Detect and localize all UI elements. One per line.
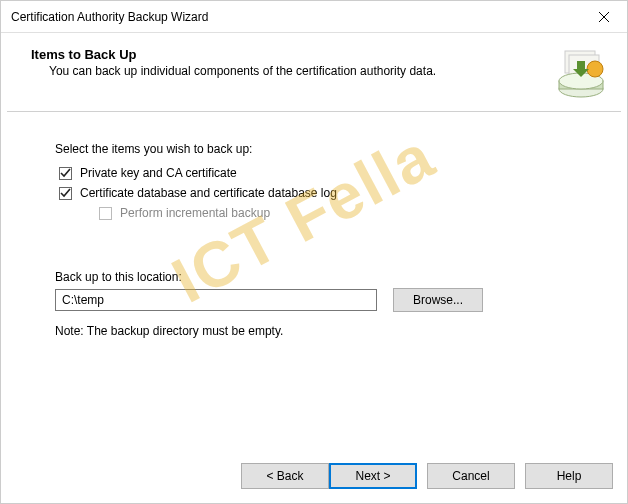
location-label: Back up to this location: (55, 270, 573, 284)
help-button[interactable]: Help (525, 463, 613, 489)
cancel-button[interactable]: Cancel (427, 463, 515, 489)
checkbox-private-key[interactable] (59, 167, 72, 180)
checkbox-row-database: Certificate database and certificate dat… (59, 186, 573, 200)
note-text: Note: The backup directory must be empty… (55, 324, 573, 338)
window-title: Certification Authority Backup Wizard (11, 10, 208, 24)
checkbox-label-private-key: Private key and CA certificate (80, 166, 237, 180)
checkbox-database[interactable] (59, 187, 72, 200)
wizard-content: Select the items you wish to back up: Pr… (1, 112, 627, 348)
checkbox-label-incremental: Perform incremental backup (120, 206, 270, 220)
backup-wizard-icon (555, 47, 607, 99)
header-text: Items to Back Up You can back up individ… (31, 47, 545, 78)
checkmark-icon (60, 188, 71, 199)
svg-point-7 (587, 61, 603, 77)
wizard-button-bar: < Back Next > Cancel Help (241, 463, 613, 489)
checkbox-label-database: Certificate database and certificate dat… (80, 186, 337, 200)
checkbox-row-incremental: Perform incremental backup (99, 206, 573, 220)
page-title: Items to Back Up (31, 47, 545, 62)
checkbox-incremental (99, 207, 112, 220)
select-items-label: Select the items you wish to back up: (55, 142, 573, 156)
browse-button[interactable]: Browse... (393, 288, 483, 312)
location-input[interactable] (55, 289, 377, 311)
page-subtitle: You can back up individual components of… (49, 64, 545, 78)
checkmark-icon (60, 168, 71, 179)
close-icon (599, 12, 609, 22)
location-row: Browse... (55, 288, 573, 312)
titlebar: Certification Authority Backup Wizard (1, 1, 627, 33)
close-button[interactable] (581, 1, 627, 33)
back-button[interactable]: < Back (241, 463, 329, 489)
checkbox-row-private-key: Private key and CA certificate (59, 166, 573, 180)
wizard-header: Items to Back Up You can back up individ… (1, 33, 627, 107)
next-button[interactable]: Next > (329, 463, 417, 489)
